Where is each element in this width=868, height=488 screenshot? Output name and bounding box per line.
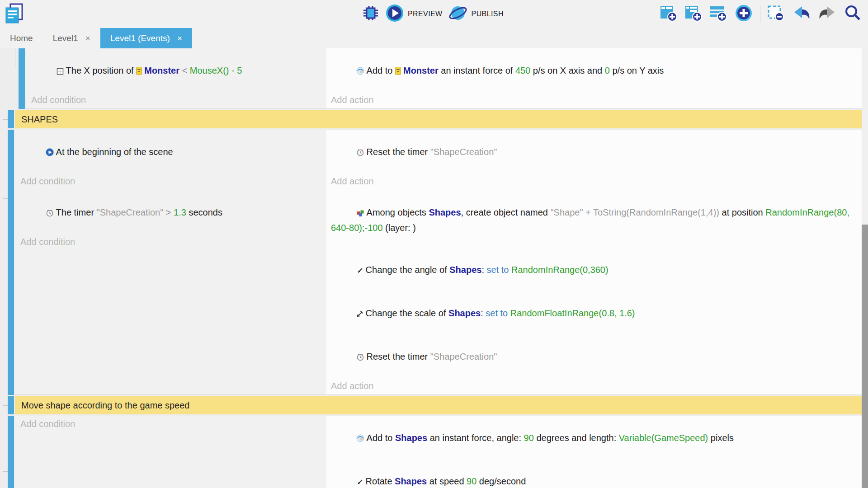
begin-icon — [46, 146, 54, 160]
scale-icon — [356, 308, 363, 322]
tab-label: Level1 — [53, 33, 78, 43]
group-move-shape: Move shape according to the game speed — [0, 396, 862, 414]
search-icon[interactable] — [844, 4, 862, 24]
actions-cell: Add to Shapes an instant force, angle: 9… — [326, 416, 862, 488]
group-header[interactable]: Move shape according to the game speed — [15, 396, 862, 414]
action-line[interactable]: Rotate Shapes at speed 90 deg/second — [331, 460, 862, 488]
tree-subrail — [15, 48, 18, 67]
debug-icon[interactable] — [362, 4, 380, 24]
add-action[interactable]: Add action — [331, 174, 862, 188]
timer-icon — [356, 146, 364, 160]
value-expr: 1.3 — [174, 207, 186, 217]
angle-icon — [356, 264, 363, 278]
group-bar[interactable] — [8, 110, 14, 128]
add-more-icon[interactable] — [734, 4, 753, 24]
publish-label: PUBLISH — [472, 10, 504, 18]
force-icon — [356, 432, 364, 446]
action-line[interactable]: Reset the timer "ShapeCreation" — [331, 131, 862, 174]
preview-play-icon — [385, 4, 404, 24]
event-bar[interactable] — [19, 48, 25, 109]
group-bar[interactable] — [8, 396, 14, 414]
conditions-cell: Add condition — [15, 416, 326, 488]
add-action[interactable]: Add action — [331, 379, 862, 393]
close-icon[interactable]: × — [85, 33, 90, 43]
action-line[interactable]: Reset the timer "ShapeCreation" — [331, 336, 862, 379]
text-seg: : — [481, 308, 486, 318]
string-param: "ShapeCreation" — [430, 147, 497, 157]
conditions-cell: The timer "ShapeCreation" > 1.3 seconds … — [15, 190, 326, 394]
action-line[interactable]: Add to Monster an instant force of 450 p… — [331, 50, 862, 93]
add-condition[interactable]: Add condition — [31, 93, 326, 107]
tab-bar: Home Level1 × Level1 (Events) × — [0, 28, 868, 48]
string-param: "ShapeCreation" — [97, 207, 164, 217]
text-seg: Add to — [367, 66, 395, 75]
deselect-icon[interactable] — [767, 4, 785, 24]
events-sheet: The X position of Monster < MouseX() - 5… — [0, 48, 868, 488]
close-icon[interactable]: × — [177, 33, 182, 43]
text-seg: deg/second — [476, 476, 526, 486]
project-manager-icon[interactable] — [4, 3, 24, 26]
action-line[interactable]: Among objects Shapes, create object name… — [331, 192, 862, 249]
object-ref: Shapes — [395, 433, 427, 443]
text-seg: pixels — [708, 433, 734, 443]
tab-level1-events[interactable]: Level1 (Events) × — [100, 28, 192, 48]
undo-icon[interactable] — [792, 5, 811, 23]
text-seg: Reset the timer — [367, 147, 430, 157]
operator: < — [179, 66, 190, 75]
preview-button[interactable]: PREVIEW — [385, 4, 443, 24]
text-seg: at position — [719, 207, 765, 217]
text-seg: The timer — [56, 207, 97, 217]
object-ref: Shapes — [395, 476, 427, 486]
value-expr: 450 — [515, 66, 530, 75]
event-monster-move: The X position of Monster < MouseX() - 5… — [0, 48, 862, 109]
add-condition[interactable]: Add condition — [20, 174, 326, 188]
actions-cell: Add to Monster an instant force of 450 p… — [326, 48, 862, 108]
force-icon — [356, 65, 364, 79]
add-action[interactable]: Add action — [331, 93, 862, 107]
keyword: set to — [486, 308, 508, 318]
add-subevent-icon[interactable] — [684, 4, 703, 24]
action-line[interactable]: Add to Shapes an instant force, angle: 9… — [331, 417, 862, 460]
string-param: "Shape" + ToString(RandomInRange(1,4)) — [550, 207, 719, 217]
event-bar[interactable] — [8, 130, 14, 190]
tab-home[interactable]: Home — [0, 28, 43, 48]
tree-tick — [3, 138, 8, 138]
tree-tick — [3, 424, 8, 424]
action-line[interactable]: Change the scale of Shapes: set to Rando… — [331, 292, 862, 336]
publish-icon — [448, 4, 468, 24]
position-icon — [57, 65, 64, 79]
add-condition[interactable]: Add condition — [20, 235, 326, 249]
monster-icon — [136, 65, 142, 79]
event-shape-init: At the beginning of the scene Add condit… — [0, 130, 862, 190]
value-expr: RandomInRange(0,360) — [509, 265, 608, 275]
event-bar[interactable] — [8, 416, 14, 488]
value-expr: RandomFloatInRange(0.8, 1.6) — [508, 308, 635, 318]
event-bar[interactable] — [8, 190, 14, 395]
text-seg: p/s on Y axis — [610, 66, 664, 75]
action-line[interactable]: Change the angle of Shapes: set to Rando… — [331, 249, 862, 292]
publish-button[interactable]: PUBLISH — [448, 4, 504, 24]
object-ref: Shapes — [449, 265, 481, 275]
text-seg: At the beginning of the scene — [56, 147, 173, 157]
condition-line[interactable]: The X position of Monster < MouseX() - 5 — [31, 50, 326, 93]
create-icon — [356, 207, 364, 221]
redo-icon[interactable] — [818, 5, 837, 23]
text-seg: at speed — [427, 476, 467, 486]
scrollbar-thumb[interactable] — [862, 225, 868, 488]
top-toolbar: PREVIEW PUBLISH — [0, 0, 868, 28]
operator: > — [163, 207, 174, 217]
text-seg: , create object named — [461, 207, 551, 217]
actions-cell: Among objects Shapes, create object name… — [326, 190, 862, 394]
condition-line[interactable]: The timer "ShapeCreation" > 1.3 seconds — [20, 192, 326, 235]
add-condition[interactable]: Add condition — [20, 417, 326, 431]
event-shape-spawn: The timer "ShapeCreation" > 1.3 seconds … — [0, 190, 862, 395]
text-seg: Among objects — [367, 207, 429, 217]
tree-tick — [3, 405, 8, 406]
add-comment-icon[interactable] — [709, 4, 727, 24]
text-seg: (layer: ) — [383, 223, 416, 233]
tab-label: Home — [10, 33, 33, 43]
group-header[interactable]: SHAPES — [15, 110, 862, 128]
add-event-icon[interactable] — [660, 4, 678, 24]
condition-line[interactable]: At the beginning of the scene — [20, 131, 326, 174]
tab-level1[interactable]: Level1 × — [43, 28, 100, 48]
